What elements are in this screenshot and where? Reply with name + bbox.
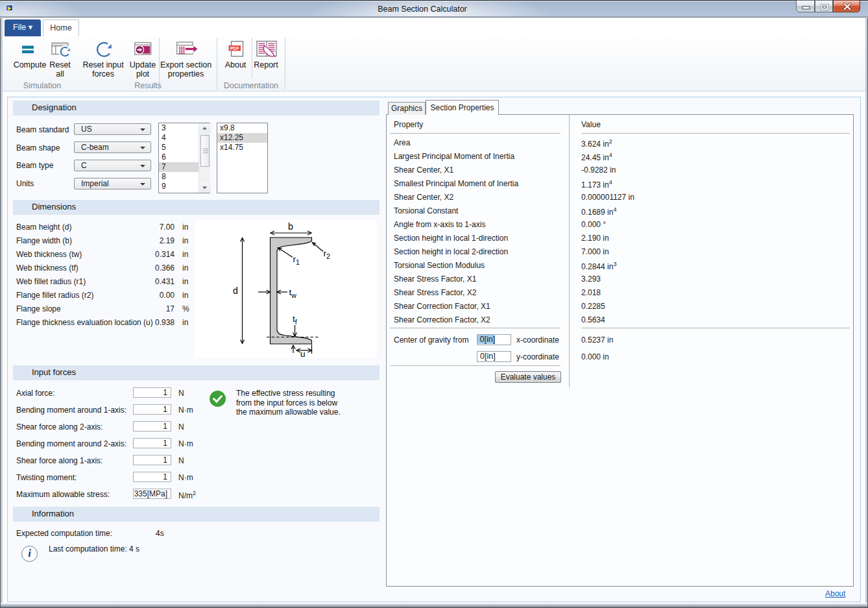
svg-text:u: u [300,349,306,358]
svg-text:tw: tw [289,287,297,299]
svg-text:b: b [288,221,293,232]
svg-text:r1: r1 [293,254,300,266]
svg-text:r2: r2 [324,249,331,260]
svg-text:tf: tf [293,314,297,326]
svg-text:d: d [233,286,238,296]
svg-text:PDF: PDF [230,46,240,51]
